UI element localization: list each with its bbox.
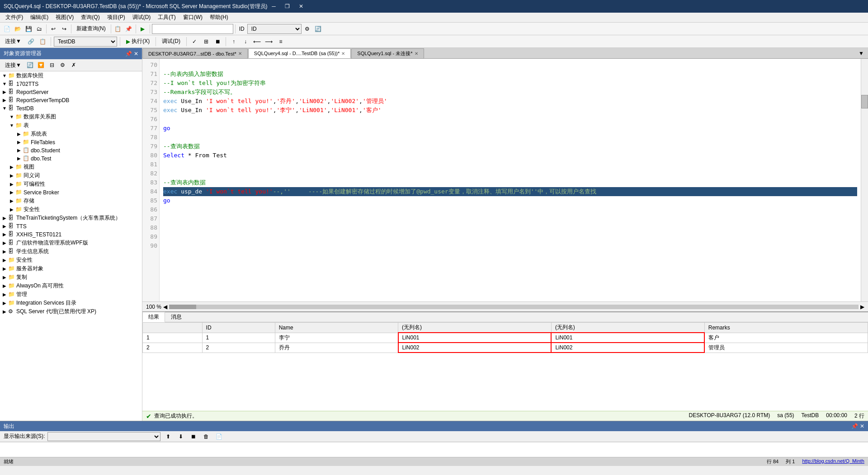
tree-expander-icon[interactable]: ▶ [1, 215, 8, 222]
restore-button[interactable]: ❐ [281, 2, 294, 11]
tree-item[interactable]: ▶🗄TTS [0, 222, 142, 230]
oe-settings-btn[interactable]: ⚙ [58, 60, 68, 70]
menu-help[interactable]: 帮助(H) [206, 13, 232, 22]
output-btn1[interactable]: ⬆ [163, 432, 173, 442]
tree-expander-icon[interactable]: ▶ [15, 139, 23, 146]
tree-item[interactable]: ▶📁视图 [0, 163, 142, 171]
tree-expander-icon[interactable]: ▶ [8, 164, 15, 171]
tree-expander-icon[interactable]: ▶ [8, 172, 15, 179]
check-btn[interactable]: ✓ [189, 37, 199, 47]
tree-item[interactable]: ▶📁AlwaysOn 高可用性 [0, 282, 142, 290]
tree-expander-icon[interactable]: ▶ [1, 240, 8, 247]
settings-btn[interactable]: ⚙ [302, 24, 312, 34]
tab-0-close[interactable]: ✕ [238, 51, 242, 56]
output-source-select[interactable] [47, 432, 160, 441]
tree-expander-icon[interactable]: ▶ [1, 265, 8, 273]
oe-pin-icon[interactable]: 📌 [125, 51, 132, 57]
redo-btn[interactable]: ↪ [59, 24, 69, 34]
tree-item[interactable]: ▶📁安全性 [0, 205, 142, 214]
tree-item[interactable]: ▶📋dbo.Student [0, 146, 142, 155]
tree-item[interactable]: ▼📁数据库关系图 [0, 113, 142, 121]
paste-btn[interactable]: 📌 [124, 24, 134, 34]
tree-item[interactable]: ▶📁FileTables [0, 138, 142, 146]
stop-btn[interactable]: ⏹ [213, 37, 223, 47]
zoom-left-arrow[interactable]: ◀ [163, 304, 167, 310]
tree-expander-icon[interactable]: ▼ [8, 113, 15, 121]
tree-expander-icon[interactable]: ▶ [1, 282, 8, 290]
tree-expander-icon[interactable]: ▶ [8, 189, 15, 196]
tree-expander-icon[interactable]: ▶ [1, 257, 8, 264]
tree-expander-icon[interactable]: ▶ [8, 206, 15, 213]
oe-collapse-btn[interactable]: ⊟ [47, 60, 57, 70]
tab-2-close[interactable]: ✕ [415, 51, 418, 56]
oe-filter-btn[interactable]: 🔽 [36, 60, 46, 70]
play-btn[interactable]: ▶ [138, 24, 148, 34]
tree-item[interactable]: ▶📁存储 [0, 197, 142, 205]
tree-expander-icon[interactable]: ▶ [1, 97, 8, 104]
editor-content[interactable]: --向表内插入加密数据--I won`t tell you!为加密字符串--Re… [160, 59, 861, 301]
tree-item[interactable]: ▶🗄TheTrainTicketingSystem（火车售票系统） [0, 214, 142, 222]
tree-expander-icon[interactable]: ▶ [8, 181, 15, 188]
extra-btn[interactable]: ≡ [276, 37, 286, 47]
tab-0[interactable]: DESKTOP-8U3ARG7...stDB - dbo.Test* ✕ [142, 48, 248, 58]
oe-close-icon[interactable]: ✕ [134, 51, 138, 57]
tree-item[interactable]: ▶📁同义词 [0, 171, 142, 180]
oe-connect-btn[interactable]: 连接▼ [2, 60, 24, 70]
tree-item[interactable]: ▶⚙SQL Server 代理(已禁用代理 XP) [0, 307, 142, 316]
tab-2[interactable]: SQLQuery1.sql - 未连接* ✕ [351, 48, 424, 58]
tree-expander-icon[interactable]: ▶ [1, 308, 8, 315]
search-input[interactable] [152, 24, 233, 34]
tree-item[interactable]: ▶📁复制 [0, 273, 142, 282]
tree-item[interactable]: ▶🗄广信软件物流管理系统WPF版 [0, 239, 142, 247]
tree-item[interactable]: ▶🗄XXHIS_TEST0121 [0, 230, 142, 239]
tree-item[interactable]: ▼🗄1702TTS [0, 80, 142, 88]
output-btn4[interactable]: 🗑 [201, 432, 211, 442]
output-pin-icon[interactable]: 📌 [851, 423, 858, 429]
tab-1[interactable]: SQLQuery4.sql - D....TestDB (sa (55))* ✕ [248, 48, 351, 58]
output-btn3[interactable]: ⏹ [189, 432, 198, 442]
tree-item[interactable]: ▶📁服务器对象 [0, 264, 142, 273]
menu-view[interactable]: 视图(V) [52, 13, 77, 22]
tree-expander-icon[interactable]: ▶ [1, 300, 8, 307]
execute-btn[interactable]: ▶ 执行(X) [123, 37, 153, 47]
results-tab-0[interactable]: 结果 [142, 312, 165, 322]
oe-refresh-btn[interactable]: 🔄 [25, 60, 35, 70]
save-btn[interactable]: 💾 [24, 24, 33, 34]
tree-item[interactable]: ▶📁管理 [0, 290, 142, 299]
undo-btn[interactable]: ↩ [48, 24, 58, 34]
sort-desc-btn[interactable]: ↓ [241, 37, 250, 47]
output-close-icon[interactable]: ✕ [860, 423, 864, 429]
tree-expander-icon[interactable]: ▶ [1, 274, 8, 281]
new-file-btn[interactable]: 📄 [2, 24, 12, 34]
tree-item[interactable]: ▼📁数据库快照 [0, 71, 142, 80]
output-btn2[interactable]: ⬇ [176, 432, 186, 442]
tree-expander-icon[interactable]: ▶ [1, 291, 8, 298]
zoom-right-arrow[interactable]: ▶ [860, 304, 864, 310]
oe-btn2[interactable]: 📋 [38, 37, 48, 47]
align-left-btn[interactable]: ⟵ [252, 37, 262, 47]
tree-expander-icon[interactable]: ▼ [1, 105, 8, 112]
tree-item[interactable]: ▶📁安全性 [0, 256, 142, 264]
refresh-btn[interactable]: 🔄 [313, 24, 323, 34]
tree-expander-icon[interactable]: ▶ [15, 131, 23, 138]
menu-window[interactable]: 窗口(W) [179, 13, 206, 22]
tree-item[interactable]: ▶🗄ReportServer [0, 88, 142, 96]
tree-item[interactable]: ▼🗄TestDB [0, 104, 142, 113]
tree-expander-icon[interactable]: ▼ [8, 122, 15, 129]
tree-item[interactable]: ▶📁系统表 [0, 130, 142, 138]
menu-file[interactable]: 文件(F) [2, 13, 27, 22]
results-tab-1[interactable]: 消息 [165, 312, 188, 322]
tree-expander-icon[interactable]: ▶ [1, 231, 8, 238]
tree-item[interactable]: ▶📁Service Broker [0, 188, 142, 197]
oe-btn1[interactable]: 🔗 [26, 37, 36, 47]
tree-expander-icon[interactable]: ▶ [1, 223, 8, 230]
results-content[interactable]: ID Name (无列名) (无列名) Remarks 1 1 [142, 322, 868, 411]
tree-item[interactable]: ▶📋dbo.Test [0, 155, 142, 163]
tree-item[interactable]: ▶📁可编程性 [0, 180, 142, 188]
oe-tree-scroll[interactable]: ▼📁数据库快照▼🗄1702TTS▶🗄ReportServer▶🗄ReportSe… [0, 71, 142, 421]
menu-debug[interactable]: 调试(D) [129, 13, 155, 22]
tree-item[interactable]: ▼📁表 [0, 121, 142, 130]
tree-item[interactable]: ▶🗄ReportServerTempDB [0, 96, 142, 104]
output-btn5[interactable]: 📄 [214, 432, 224, 442]
connect-btn[interactable]: 连接▼ [2, 37, 24, 47]
